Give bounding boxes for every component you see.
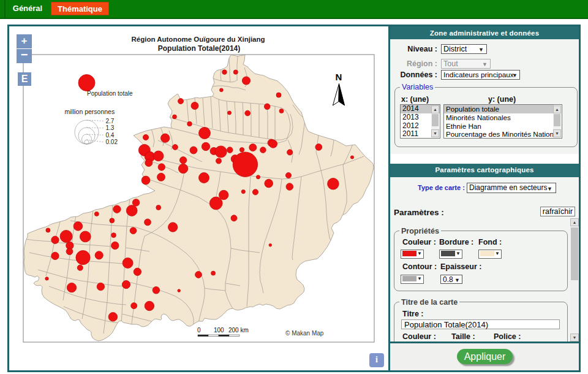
svg-text:Région Autonome Ouïgoure du Xi: Région Autonome Ouïgoure du Xinjiang — [131, 36, 265, 43]
svg-text:N: N — [336, 72, 342, 82]
svg-text:© Makan Map: © Makan Map — [285, 330, 324, 337]
svg-text:0.02: 0.02 — [106, 139, 118, 145]
svg-text:0: 0 — [197, 327, 201, 334]
svg-text:100: 100 — [214, 327, 224, 334]
svg-text:Population totale: Population totale — [87, 90, 133, 97]
svg-text:million personnes: million personnes — [65, 108, 115, 115]
svg-text:Population Totale(2014): Population Totale(2014) — [158, 44, 240, 53]
svg-text:2.7: 2.7 — [106, 118, 115, 124]
svg-text:0.4: 0.4 — [106, 132, 115, 139]
svg-text:200 km: 200 km — [228, 327, 249, 334]
svg-text:1.3: 1.3 — [106, 124, 115, 131]
